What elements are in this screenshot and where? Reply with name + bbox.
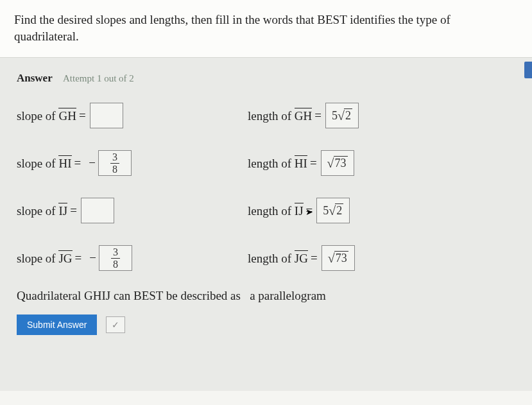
submit-button[interactable]: Submit Answer <box>17 315 97 335</box>
sqrt: √ 2 <box>338 108 352 123</box>
slope-label: slope of IJ <box>17 203 67 218</box>
segment-gh: GH <box>58 108 76 123</box>
segment-ij: IJ <box>58 203 67 218</box>
sqrt: √ 2 <box>329 203 343 218</box>
sqrt: √ 73 <box>328 251 348 266</box>
length-row-jg: length of JG = √ 73 <box>248 244 440 272</box>
columns: slope of GH = slope of HI = − 3 8 <box>0 90 532 277</box>
slope-gh-input[interactable] <box>90 103 123 128</box>
attempt-text: Attempt 1 out of 2 <box>63 73 134 83</box>
segment-hi: HI <box>58 155 71 171</box>
slope-label: slope of HI <box>17 155 72 171</box>
conclusion-row: Quadrilateral GHIJ can BEST be described… <box>0 277 532 307</box>
conclusion-prefix: Quadrilateral GHIJ can BEST be described… <box>17 289 241 302</box>
slope-label: slope of JG <box>17 250 73 266</box>
slope-jg-input[interactable]: 3 8 <box>99 245 132 271</box>
slope-label: slope of GH <box>17 108 76 123</box>
answer-header: Answer Attempt 1 out of 2 <box>0 58 532 90</box>
length-hi-input[interactable]: √ 73 <box>321 150 354 176</box>
equals: = <box>79 108 86 123</box>
length-ij-input[interactable]: 5 √ 2 <box>316 198 350 223</box>
minus-sign: − <box>89 251 96 265</box>
minus-sign: − <box>89 156 96 170</box>
segment-jg: JG <box>295 250 308 266</box>
slopes-column: slope of GH = slope of HI = − 3 8 <box>17 101 209 272</box>
question-text: Find the desired slopes and lengths, the… <box>14 13 450 43</box>
slope-hi-input[interactable]: 3 8 <box>98 150 132 176</box>
length-label: length of HI <box>248 155 307 171</box>
length-row-hi: length of HI = √ 73 <box>248 149 440 177</box>
equals: = <box>311 251 318 265</box>
lengths-column: length of GH = 5 √ 2 length of HI = <box>248 101 440 272</box>
length-jg-input[interactable]: √ 73 <box>322 245 355 271</box>
side-tab[interactable] <box>524 62 532 78</box>
slope-row-ij: slope of IJ = <box>17 196 209 225</box>
segment-ij: IJ <box>295 203 304 218</box>
button-row: Submit Answer ✓ <box>0 307 532 343</box>
slope-row-hi: slope of HI = − 3 8 <box>17 149 209 177</box>
sqrt: √ 73 <box>327 156 348 171</box>
slope-row-gh: slope of GH = <box>17 101 209 130</box>
length-label: length of IJ <box>248 203 304 218</box>
equals: = <box>70 203 77 218</box>
segment-hi: HI <box>295 155 307 171</box>
check-icon[interactable]: ✓ <box>106 316 125 333</box>
equals: = <box>310 156 317 170</box>
answer-label: Answer <box>17 72 53 84</box>
length-gh-input[interactable]: 5 √ 2 <box>325 103 359 128</box>
question-prompt: Find the desired slopes and lengths, the… <box>0 0 532 57</box>
slope-ij-input[interactable] <box>81 198 114 223</box>
length-label: length of GH <box>248 108 312 123</box>
length-label: length of JG <box>248 250 308 266</box>
length-row-ij: length of IJ = 5 √ 2 <box>248 196 440 225</box>
fraction: 3 8 <box>110 152 119 175</box>
equals: = <box>74 156 82 170</box>
equals: = <box>75 251 82 265</box>
answer-panel: Answer Attempt 1 out of 2 slope of GH = … <box>0 57 532 391</box>
slope-row-jg: slope of JG = − 3 8 <box>17 244 209 272</box>
conclusion-answer[interactable]: a parallelogram <box>250 289 326 302</box>
segment-gh: GH <box>295 108 312 123</box>
fraction: 3 8 <box>111 247 120 270</box>
equals: = <box>306 203 313 218</box>
length-row-gh: length of GH = 5 √ 2 <box>248 101 440 130</box>
segment-jg: JG <box>58 250 72 266</box>
equals: = <box>314 108 322 123</box>
